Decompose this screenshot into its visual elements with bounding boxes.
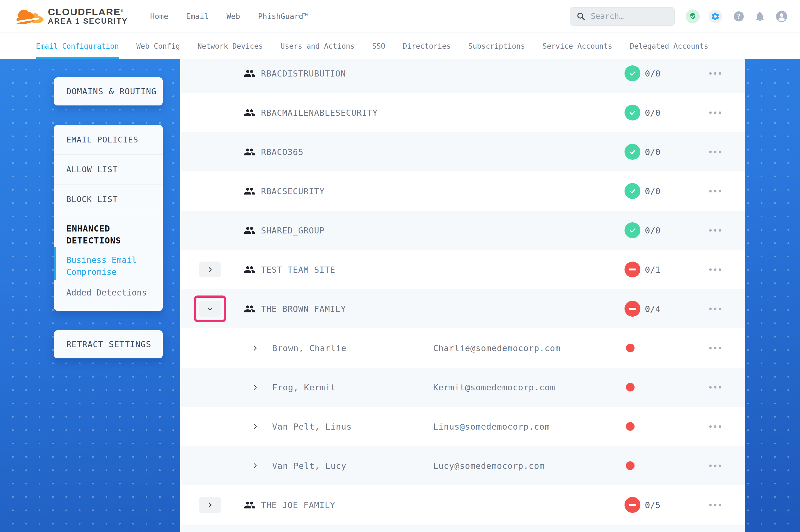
expand-toggle-button[interactable] (199, 301, 221, 317)
row-menu-button[interactable] (708, 305, 722, 313)
top-nav-phishguard[interactable]: PhishGuard™ (258, 12, 308, 21)
tab-subscriptions[interactable]: Subscriptions (468, 33, 525, 59)
status-badge (624, 497, 640, 513)
tab-users-and-actions[interactable]: Users and Actions (280, 33, 354, 59)
row-menu-button[interactable] (708, 383, 722, 391)
search-input[interactable] (591, 12, 658, 21)
sidebar-item-business-email-compromise[interactable]: Business Email Compromise (54, 247, 154, 281)
table-row-member[interactable]: Frog, Kermit Kermit@somedemocorp.com (180, 367, 745, 407)
sidebar-item-email-policies[interactable]: EMAIL POLICIES (54, 125, 163, 155)
sidebar-item-retract-settings[interactable]: RETRACT SETTINGS (54, 330, 163, 358)
table-row-group[interactable]: RBACO365 0/0 (180, 132, 745, 171)
top-nav-home[interactable]: Home (150, 12, 168, 21)
tab-service-accounts[interactable]: Service Accounts (543, 33, 612, 59)
sidebar-policies-card: EMAIL POLICIESALLOW LISTBLOCK LIST ENHAN… (54, 125, 163, 311)
tab-email-configuration[interactable]: Email Configuration (36, 33, 119, 59)
check-icon (628, 187, 637, 196)
member-name: Frog, Kermit (272, 382, 336, 392)
notifications-bell-icon[interactable] (754, 11, 765, 22)
minus-icon (629, 504, 636, 506)
status-badge (624, 104, 640, 120)
chevron-right-icon (206, 266, 214, 273)
table-row-group[interactable]: SHARED_GROUP 0/0 (180, 211, 745, 250)
table-row-group[interactable]: THE BROWN FAMILY 0/4 (180, 289, 745, 328)
group-name: TEST TEAM SITE (261, 265, 335, 274)
help-icon[interactable] (734, 12, 744, 21)
row-menu-button[interactable] (708, 344, 722, 352)
table-row-group[interactable]: RBACDISTRUBUTION 0/0 (180, 59, 745, 93)
alert-dot (626, 422, 635, 431)
tab-sso[interactable]: SSO (372, 33, 385, 59)
chevron-right-icon (252, 384, 259, 391)
sidebar: DOMAINS & ROUTING EMAIL POLICIESALLOW LI… (54, 77, 163, 358)
topbar-right (570, 7, 800, 25)
chevron-right-icon (206, 501, 214, 509)
topbar: CLOUDFLARE® AREA 1 SECURITY HomeEmailWeb… (0, 0, 800, 33)
table-row-group[interactable]: RBACMAILENABLESECURITY 0/0 (180, 93, 745, 132)
row-menu-button[interactable] (708, 187, 722, 195)
group-icon (244, 185, 255, 197)
status-badge (624, 65, 640, 81)
status-badge (624, 183, 640, 199)
status-count: 0/1 (645, 265, 660, 274)
group-name: SHARED_GROUP (261, 225, 325, 235)
cloudflare-logo[interactable]: CLOUDFLARE® AREA 1 SECURITY (15, 7, 128, 26)
expand-toggle-button[interactable] (199, 262, 221, 278)
settings-gear-icon[interactable] (709, 10, 722, 23)
top-nav-email[interactable]: Email (186, 12, 208, 21)
member-name: Van Pelt, Linus (272, 421, 352, 431)
chevron-down-icon (206, 305, 214, 312)
search-box[interactable] (570, 7, 675, 25)
table-row-group[interactable]: TEST TEAM SITE 0/1 (180, 250, 745, 289)
status-badge (624, 222, 640, 238)
tab-network-devices[interactable]: Network Devices (198, 33, 263, 59)
table-row-group[interactable]: THE JOE FAMILY 0/5 (180, 485, 745, 525)
status-count: 0/4 (645, 304, 660, 314)
chevron-right-icon (252, 462, 259, 469)
row-menu-button[interactable] (708, 148, 722, 156)
alert-dot (626, 461, 635, 470)
top-nav-web[interactable]: Web (226, 12, 240, 21)
group-name: RBACO365 (261, 147, 304, 157)
table-row-member[interactable]: Van Pelt, Linus Linus@somedemocorp.com (180, 407, 745, 446)
row-menu-button[interactable] (708, 69, 722, 77)
tab-web-config[interactable]: Web Config (136, 33, 180, 59)
row-menu-button[interactable] (708, 226, 722, 234)
expand-toggle-button[interactable] (199, 497, 221, 513)
table-row-member[interactable]: Van Pelt, Lucy Lucy@somedemocorp.com (180, 446, 745, 485)
section-tabs: Email ConfigurationWeb ConfigNetwork Dev… (0, 33, 800, 59)
row-menu-button[interactable] (708, 462, 722, 470)
row-menu-button[interactable] (708, 422, 722, 431)
row-menu-button[interactable] (708, 109, 722, 117)
tab-delegated-accounts[interactable]: Delegated Accounts (630, 33, 708, 59)
sidebar-item-allow-list[interactable]: ALLOW LIST (54, 155, 163, 185)
tab-directories[interactable]: Directories (403, 33, 451, 59)
check-icon (628, 69, 637, 78)
sidebar-item-added-detections[interactable]: Added Detections (54, 281, 163, 309)
table-row-member[interactable]: Brown, Charlie Charlie@somedemocorp.com (180, 328, 745, 367)
minus-icon (629, 268, 636, 270)
account-avatar-icon[interactable] (776, 10, 788, 22)
status-count: 0/0 (645, 147, 660, 157)
group-name: THE JOE FAMILY (261, 500, 335, 510)
check-icon (628, 108, 637, 117)
member-email: Charlie@somedemocorp.com (433, 343, 561, 353)
alert-dot (626, 383, 635, 392)
group-icon (244, 264, 255, 276)
group-icon (244, 225, 255, 236)
sidebar-item-block-list[interactable]: BLOCK LIST (54, 185, 163, 214)
search-icon (576, 12, 586, 21)
alert-dot (626, 344, 635, 352)
security-shield-icon[interactable] (686, 10, 700, 23)
row-menu-button[interactable] (708, 265, 722, 273)
sidebar-item-domains-routing[interactable]: DOMAINS & ROUTING (54, 77, 163, 106)
top-nav: HomeEmailWebPhishGuard™ (150, 12, 308, 21)
member-email: Linus@somedemocorp.com (433, 421, 550, 431)
group-name: RBACMAILENABLESECURITY (261, 108, 378, 117)
minus-icon (629, 308, 636, 310)
row-menu-button[interactable] (708, 501, 722, 509)
group-icon (244, 68, 255, 79)
member-name: Van Pelt, Lucy (272, 461, 346, 471)
table-row-group[interactable]: RBACSECURITY 0/0 (180, 171, 745, 211)
logo-product-name: AREA 1 SECURITY (48, 17, 128, 25)
